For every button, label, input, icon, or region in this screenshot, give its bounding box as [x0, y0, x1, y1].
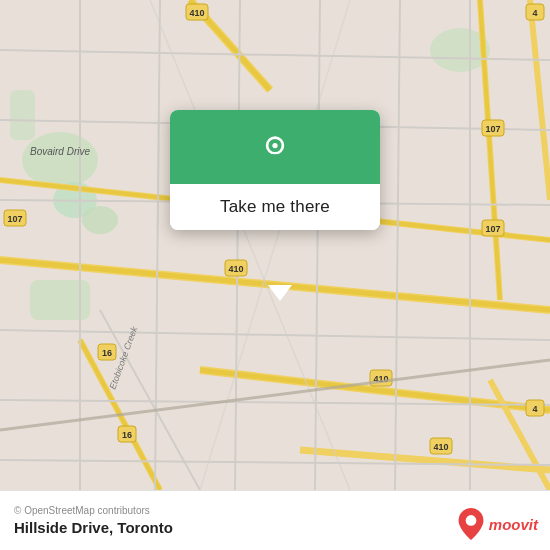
- svg-text:410: 410: [189, 8, 204, 18]
- svg-point-3: [82, 206, 118, 234]
- svg-point-1: [22, 132, 98, 188]
- popup-top: [170, 110, 380, 184]
- svg-text:Bovaird Drive: Bovaird Drive: [30, 146, 90, 157]
- svg-text:107: 107: [7, 214, 22, 224]
- svg-rect-6: [10, 90, 35, 140]
- map-svg: 410 410 410 410 107 107 107 107 4 4 16: [0, 0, 550, 490]
- svg-text:16: 16: [102, 348, 112, 358]
- svg-text:410: 410: [433, 442, 448, 452]
- svg-text:107: 107: [485, 124, 500, 134]
- svg-text:410: 410: [228, 264, 243, 274]
- svg-text:4: 4: [532, 404, 537, 414]
- popup-card: Take me there: [170, 110, 380, 230]
- location-pin-icon: [254, 128, 296, 170]
- moovit-logo: moovit: [457, 508, 538, 540]
- svg-text:16: 16: [122, 430, 132, 440]
- svg-text:107: 107: [485, 224, 500, 234]
- moovit-pin-icon: [457, 508, 485, 540]
- moovit-brand-name: moovit: [489, 516, 538, 533]
- bottom-bar: © OpenStreetMap contributors Hillside Dr…: [0, 490, 550, 550]
- take-me-there-button[interactable]: Take me there: [170, 184, 380, 230]
- svg-text:4: 4: [532, 8, 537, 18]
- svg-point-66: [272, 143, 277, 148]
- map-container[interactable]: 410 410 410 410 107 107 107 107 4 4 16: [0, 0, 550, 490]
- svg-point-68: [465, 515, 476, 526]
- popup-arrow: [268, 285, 292, 301]
